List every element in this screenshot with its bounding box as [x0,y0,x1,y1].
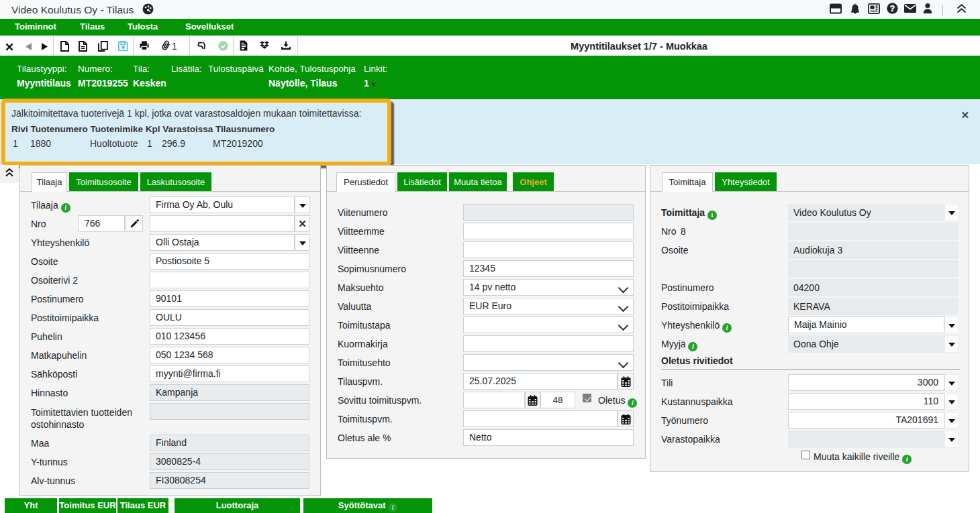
svg-text:?: ? [890,4,895,13]
